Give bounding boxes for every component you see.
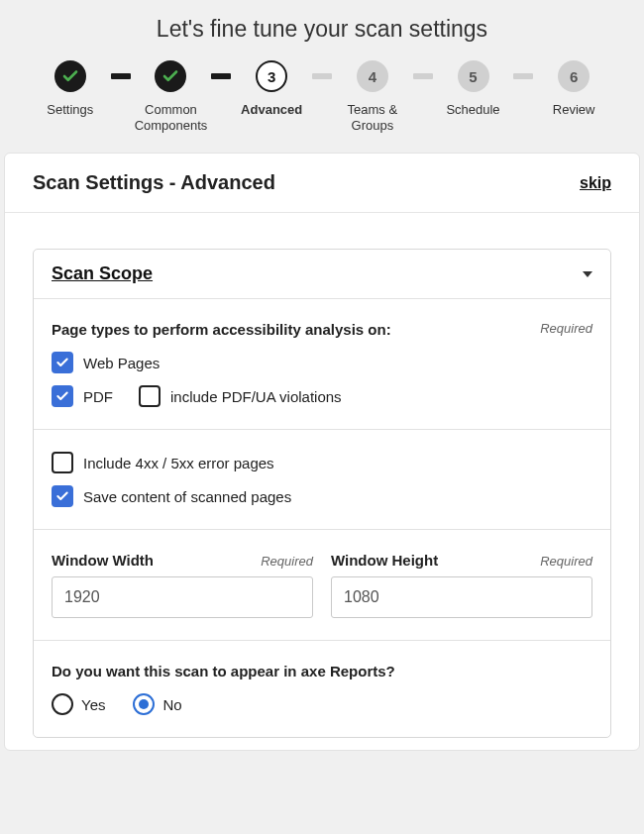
step-review[interactable]: 6 Review [533,60,614,118]
radio-label: Yes [81,696,105,713]
chevron-down-icon [583,271,592,277]
radio-no[interactable]: No [133,693,181,715]
axe-reports-block: Do you want this scan to appear in axe R… [34,640,610,737]
stepper: Settings Common Components 3 Advanced 4 … [0,60,644,153]
step-label: Settings [47,102,93,118]
step-teams-groups[interactable]: 4 Teams & Groups [332,60,413,133]
required-label: Required [540,321,592,336]
connector [111,73,131,79]
step-settings[interactable]: Settings [30,60,111,118]
page-title: Let's fine tune your scan settings [0,0,644,60]
step-label: Teams & Groups [348,102,398,133]
step-advanced[interactable]: 3 Advanced [231,60,312,118]
checkbox-save-content[interactable] [52,485,73,507]
check-icon [55,356,69,369]
connector [513,73,533,79]
check-icon [55,489,69,503]
step-label: Schedule [446,102,499,118]
connector [413,73,433,79]
checkbox-label: include PDF/UA violations [170,388,342,405]
required-label: Required [540,554,592,569]
reports-question: Do you want this scan to appear in axe R… [52,663,592,679]
step-schedule[interactable]: 5 Schedule [433,60,514,118]
step-label: Review [553,102,595,118]
window-height-input[interactable] [331,576,592,618]
radio-yes[interactable]: Yes [52,693,105,715]
radio-icon [52,693,73,715]
step-number: 5 [458,60,489,92]
radio-label: No [162,696,181,713]
page-types-block: Page types to perform accessibility anal… [34,298,610,429]
page-types-question: Page types to perform accessibility anal… [52,321,391,338]
window-height-field: Window Height Required [331,552,592,618]
window-width-input[interactable] [52,576,313,618]
connector [211,73,231,79]
step-number: 6 [558,60,590,92]
field-label: Window Height [331,552,438,569]
scan-scope-section: Scan Scope Page types to perform accessi… [33,249,611,738]
check-icon [55,389,69,403]
card-title: Scan Settings - Advanced [33,171,275,194]
checkbox-pdfua[interactable] [139,385,161,407]
step-number: 4 [357,60,388,92]
required-label: Required [261,554,313,569]
step-label: Common Components [135,102,208,133]
step-common-components[interactable]: Common Components [131,60,212,133]
radio-icon [133,693,155,715]
step-number: 3 [256,60,287,92]
connector [312,73,332,79]
checkbox-label: PDF [83,388,113,405]
error-pages-block: Include 4xx / 5xx error pages Save conte… [34,429,610,529]
card-body: Scan Scope Page types to perform accessi… [5,213,639,750]
checkbox-pdf[interactable] [52,385,73,407]
section-header[interactable]: Scan Scope [34,250,610,298]
check-icon [61,67,79,85]
checkbox-label: Include 4xx / 5xx error pages [83,455,274,471]
window-dimensions-block: Window Width Required Window Height Requ… [34,529,610,640]
section-title: Scan Scope [52,263,153,284]
checkbox-label: Web Pages [83,355,160,371]
checkbox-web-pages[interactable] [52,352,73,373]
check-icon [161,67,179,85]
checkbox-label: Save content of scanned pages [83,488,291,505]
window-width-field: Window Width Required [52,552,313,618]
card-header: Scan Settings - Advanced skip [5,154,639,213]
skip-link[interactable]: skip [580,174,611,192]
checkbox-include-4xx-5xx[interactable] [52,452,73,473]
field-label: Window Width [52,552,154,569]
settings-card: Scan Settings - Advanced skip Scan Scope… [4,153,640,751]
step-label: Advanced [241,102,302,118]
